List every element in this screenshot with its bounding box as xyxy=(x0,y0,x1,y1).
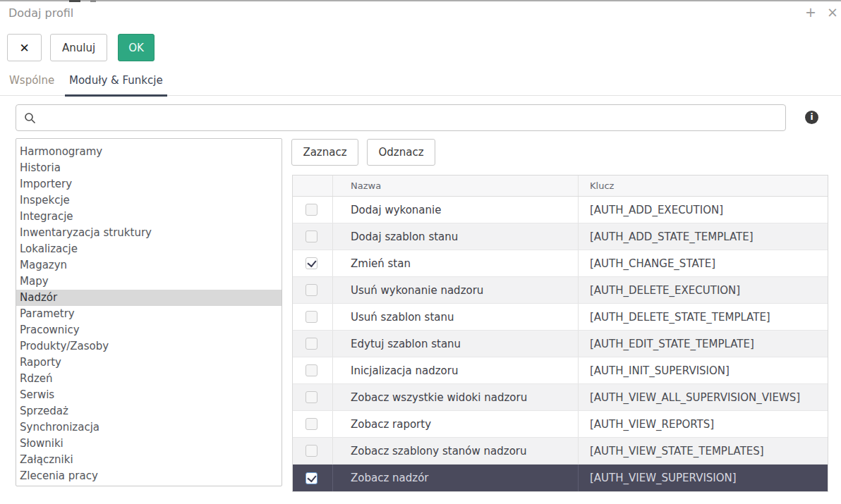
checkbox-cell xyxy=(293,223,333,250)
background-window-artifact xyxy=(90,0,96,2)
permission-key: [AUTH_CHANGE_STATE] xyxy=(579,250,828,276)
module-list-item[interactable]: Pracownicy xyxy=(16,322,282,338)
module-list-item[interactable]: Integracje xyxy=(16,209,282,225)
row-checkbox[interactable] xyxy=(305,364,317,376)
module-list[interactable]: Finanse Harmonogramy Historia Importery … xyxy=(16,138,282,486)
row-checkbox[interactable] xyxy=(305,338,317,350)
deselect-all-button[interactable]: Odznacz xyxy=(367,139,435,166)
search-box xyxy=(16,104,786,131)
permission-key: [AUTH_DELETE_STATE_TEMPLATE] xyxy=(579,304,828,330)
search-input[interactable] xyxy=(42,106,781,130)
table-row[interactable]: Zobacz nadzór [AUTH_VIEW_SUPERVISION] xyxy=(293,465,828,491)
permission-name: Dodaj szablon stanu xyxy=(333,223,579,250)
checkbox-cell xyxy=(293,197,333,223)
table-row[interactable]: Zmień stan [AUTH_CHANGE_STATE] xyxy=(293,250,828,277)
search-icon xyxy=(24,112,36,124)
module-list-item[interactable]: Inspekcje xyxy=(16,192,282,209)
module-list-item[interactable]: Załączniki xyxy=(16,452,282,468)
permission-name: Edytuj szablon stanu xyxy=(333,331,579,357)
permission-name: Zmień stan xyxy=(333,250,579,276)
module-list-item-clipped[interactable]: Finanse xyxy=(16,138,282,144)
cancel-button[interactable]: Anuluj xyxy=(50,34,107,61)
permission-name: Zobacz nadzór xyxy=(333,465,579,491)
module-list-item[interactable]: Zlecenia pracy xyxy=(16,468,282,484)
checkbox-cell xyxy=(293,277,333,303)
permission-key: [AUTH_ADD_STATE_TEMPLATE] xyxy=(579,223,828,250)
checkbox-cell xyxy=(293,304,333,330)
close-button[interactable]: ✕ xyxy=(7,34,42,61)
table-row[interactable]: Usuń wykonanie nadzoru [AUTH_DELETE_EXEC… xyxy=(293,277,828,304)
ok-button[interactable]: OK xyxy=(118,34,155,61)
row-checkbox[interactable] xyxy=(305,284,317,296)
permission-key: [AUTH_INIT_SUPERVISION] xyxy=(579,357,828,383)
permission-key: [AUTH_DELETE_EXECUTION] xyxy=(579,277,828,303)
module-list-item[interactable]: Słowniki xyxy=(16,436,282,452)
table-header: Nazwa Klucz xyxy=(293,176,828,197)
tab-wspolne[interactable]: Wspólne xyxy=(5,73,59,97)
permission-key: [AUTH_VIEW_SUPERVISION] xyxy=(579,465,828,491)
table-row[interactable]: Dodaj szablon stanu [AUTH_ADD_STATE_TEMP… xyxy=(293,223,828,250)
row-checkbox[interactable] xyxy=(305,257,317,269)
module-list-item[interactable]: Rdzeń xyxy=(16,371,282,387)
select-all-button[interactable]: Zaznacz xyxy=(291,139,358,166)
row-checkbox[interactable] xyxy=(305,311,317,323)
add-window-icon[interactable]: + xyxy=(803,4,818,20)
permission-name: Dodaj wykonanie xyxy=(333,197,579,223)
permission-key: [AUTH_VIEW_STATE_TEMPLATES] xyxy=(579,438,828,464)
checkbox-cell xyxy=(293,465,333,491)
permission-name: Zobacz raporty xyxy=(333,411,579,437)
table-row[interactable]: Edytuj szablon stanu [AUTH_EDIT_STATE_TE… xyxy=(293,331,828,357)
table-body: Dodaj wykonanie [AUTH_ADD_EXECUTION] Dod… xyxy=(293,197,828,491)
permission-key: [AUTH_ADD_EXECUTION] xyxy=(579,197,828,223)
module-list-item[interactable]: Sprzedaż xyxy=(16,403,282,419)
row-checkbox[interactable] xyxy=(305,445,317,457)
row-checkbox[interactable] xyxy=(305,472,317,484)
module-list-item[interactable]: Harmonogramy xyxy=(16,144,282,160)
checkbox-cell xyxy=(293,438,333,464)
row-checkbox[interactable] xyxy=(305,204,317,216)
tab-moduly-funkcje[interactable]: Moduły & Funkcje xyxy=(65,73,167,97)
module-list-item[interactable]: Serwis xyxy=(16,387,282,403)
row-checkbox[interactable] xyxy=(305,391,317,403)
permission-name: Inicjalizacja nadzoru xyxy=(333,357,579,383)
module-list-item[interactable]: Parametry xyxy=(16,306,282,322)
tab-bar: Wspólne Moduły & Funkcje xyxy=(0,73,841,96)
table-row[interactable]: Zobacz raporty [AUTH_VIEW_REPORTS] xyxy=(293,411,828,438)
table-row[interactable]: Inicjalizacja nadzoru [AUTH_INIT_SUPERVI… xyxy=(293,357,828,384)
permission-key: [AUTH_EDIT_STATE_TEMPLATE] xyxy=(579,331,828,357)
permission-key: [AUTH_VIEW_ALL_SUPERVISION_VIEWS] xyxy=(579,384,828,410)
module-list-item[interactable]: Synchronizacja xyxy=(16,419,282,436)
permission-name: Usuń wykonanie nadzoru xyxy=(333,277,579,303)
module-list-item[interactable]: Lokalizacje xyxy=(16,241,282,257)
column-header-checkbox xyxy=(293,176,333,196)
permission-key: [AUTH_VIEW_REPORTS] xyxy=(579,411,828,437)
module-list-item[interactable]: Raporty xyxy=(16,355,282,371)
info-icon[interactable]: i xyxy=(805,111,818,124)
permissions-table: Nazwa Klucz Dodaj wykonanie [AUTH_ADD_EX… xyxy=(292,175,828,492)
row-checkbox[interactable] xyxy=(305,418,317,430)
permission-name: Usuń szablon stanu xyxy=(333,304,579,330)
background-window-artifact xyxy=(69,0,80,2)
checkbox-cell xyxy=(293,411,333,437)
module-list-item[interactable]: Inwentaryzacja struktury xyxy=(16,225,282,241)
checkbox-cell xyxy=(293,331,333,357)
permission-name: Zobacz szablony stanów nadzoru xyxy=(333,438,579,464)
page-title: Dodaj profil xyxy=(8,6,73,20)
table-row[interactable]: Zobacz wszystkie widoki nadzoru [AUTH_VI… xyxy=(293,384,828,411)
table-row[interactable]: Usuń szablon stanu [AUTH_DELETE_STATE_TE… xyxy=(293,304,828,331)
close-window-icon[interactable]: × xyxy=(825,4,840,20)
module-list-item[interactable]: Historia xyxy=(16,160,282,176)
module-list-item[interactable]: Produkty/Zasoby xyxy=(16,338,282,355)
checkbox-cell xyxy=(293,357,333,383)
column-header-key: Klucz xyxy=(579,176,828,196)
row-checkbox[interactable] xyxy=(305,231,317,242)
background-window-edge xyxy=(0,0,841,1)
module-list-item[interactable]: Importery xyxy=(16,176,282,192)
module-list-item[interactable]: Mapy xyxy=(16,273,282,290)
module-list-item[interactable]: Magazyn xyxy=(16,257,282,273)
table-row[interactable]: Dodaj wykonanie [AUTH_ADD_EXECUTION] xyxy=(293,197,828,223)
module-list-item[interactable]: Nadzór xyxy=(16,290,282,306)
checkbox-cell xyxy=(293,250,333,276)
checkbox-cell xyxy=(293,384,333,410)
table-row[interactable]: Zobacz szablony stanów nadzoru [AUTH_VIE… xyxy=(293,438,828,465)
